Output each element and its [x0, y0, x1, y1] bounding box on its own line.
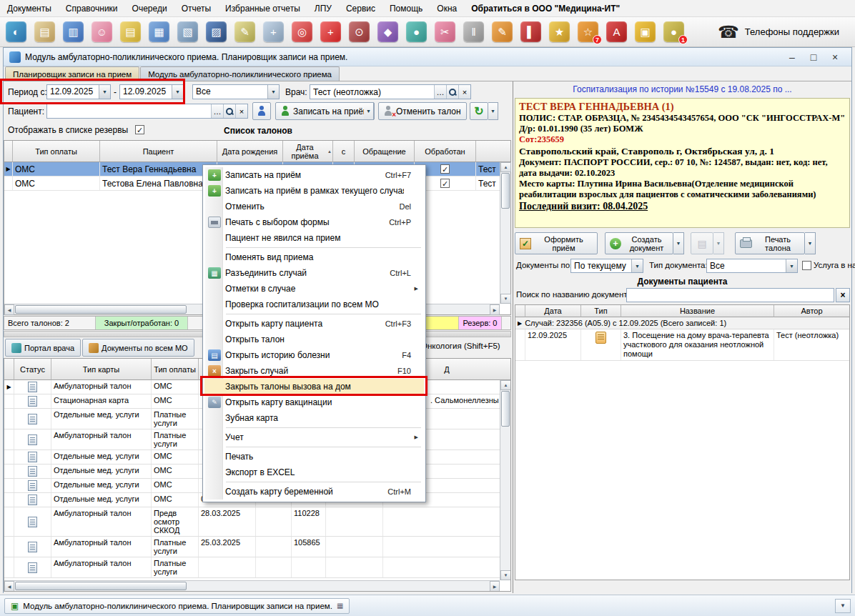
cards-column-header[interactable]: Тип оплаты: [152, 359, 199, 380]
menu-bar-item[interactable]: ЛПУ: [315, 4, 332, 14]
patient-search-button[interactable]: [223, 104, 235, 118]
tab-doctor-portal[interactable]: Портал врача: [5, 339, 81, 357]
close-button[interactable]: ×: [824, 49, 846, 65]
context-menu-item[interactable]: Проверка госпитализации по всем МО: [204, 297, 424, 312]
cancel-talon-button[interactable]: × Отменить талон: [378, 102, 467, 120]
talon-column-header[interactable]: Пациент: [100, 141, 217, 162]
scrollbar-thumb[interactable]: [15, 582, 187, 590]
card-index-icon[interactable]: ▤: [34, 21, 55, 42]
notifications-icon[interactable]: ● 1: [663, 21, 684, 42]
documents-by-select[interactable]: По текущему ▼: [570, 259, 643, 273]
menu-bar-item[interactable]: Обратиться в ООО "Медицина-ИТ": [471, 4, 620, 14]
create-document-dropdown[interactable]: ▼: [673, 232, 684, 254]
processed-checkbox[interactable]: [440, 164, 450, 174]
patient-card-button[interactable]: [252, 102, 271, 120]
doctor-ellipsis-button[interactable]: …: [434, 85, 446, 99]
talon-column-header[interactable]: Дата рождения: [217, 141, 283, 162]
global-registry-icon[interactable]: ◐: [6, 21, 26, 42]
category-select[interactable]: Все ▼: [192, 84, 280, 99]
tab-scheduler[interactable]: Планировщик записи на прием: [5, 66, 139, 81]
search-clear-button[interactable]: ×: [836, 288, 850, 302]
documents-column-header[interactable]: [515, 305, 525, 317]
patient-input[interactable]: [47, 104, 211, 118]
scroll-up-icon[interactable]: ▲: [500, 380, 511, 390]
vaccination-icon[interactable]: ✎: [492, 21, 513, 42]
scroll-right-icon[interactable]: ▶: [490, 304, 500, 315]
menu-bar-item[interactable]: Помощь: [390, 4, 422, 14]
badge-icon[interactable]: ★: [549, 21, 570, 42]
chevron-down-icon[interactable]: ▼: [631, 259, 643, 272]
talon-column-header[interactable]: Обращение: [355, 141, 415, 162]
scroll-down-icon[interactable]: ▼: [500, 294, 511, 304]
context-menu-item[interactable]: Зубная карта: [204, 410, 424, 426]
case-group-row[interactable]: ▶ Случай: 232356 (A05.9) с 12.09.2025 (В…: [515, 317, 849, 329]
nurse-icon[interactable]: ☺: [92, 21, 112, 42]
cards-horizontal-scrollbar[interactable]: ◀ ▶: [4, 580, 500, 591]
menu-bar-item[interactable]: Избранные отчеты: [225, 4, 300, 14]
hospitalization-link[interactable]: Госпитализация по истории №15549 с 19.08…: [515, 84, 850, 94]
cards-column-header[interactable]: Статус: [14, 359, 51, 380]
service-in-name-checkbox[interactable]: [802, 261, 811, 270]
talon-column-header[interactable]: Обработан: [415, 141, 476, 162]
context-menu-item[interactable]: Поменять вид приема: [204, 249, 424, 265]
doctor-clear-button[interactable]: ×: [458, 85, 470, 99]
alert-icon[interactable]: A: [606, 21, 627, 42]
chevron-down-icon[interactable]: ▼: [267, 85, 279, 99]
scroll-down-icon[interactable]: ▼: [500, 570, 511, 580]
scroll-up-icon[interactable]: ▲: [500, 162, 511, 172]
cards-vertical-scrollbar[interactable]: ▲ ▼: [500, 380, 510, 580]
print-talon-dropdown[interactable]: ▼: [805, 232, 816, 254]
chevron-down-icon[interactable]: ▼: [172, 85, 183, 99]
journal-icon[interactable]: ▦: [149, 21, 169, 42]
documents-column-header[interactable]: Дата: [525, 305, 581, 317]
sphere-icon[interactable]: ●: [406, 21, 427, 42]
documents-column-header[interactable]: Название: [621, 305, 774, 317]
context-menu-item[interactable]: Открыть историю болезни F4: [204, 347, 424, 363]
menu-bar-item[interactable]: Окна: [437, 4, 457, 14]
talon-column-header[interactable]: Дата приёма: [283, 141, 333, 162]
scrollbar-thumb[interactable]: [501, 173, 510, 209]
taskbar-expand-button[interactable]: ▼: [835, 599, 851, 613]
context-menu-item[interactable]: Отметки в случае: [204, 281, 424, 297]
context-menu-item[interactable]: Открыть талон: [204, 332, 424, 347]
period-from-select[interactable]: 12.09.2025 ▼: [46, 84, 111, 99]
talon-column-header[interactable]: [4, 141, 13, 162]
red-book-icon[interactable]: ▌: [520, 21, 541, 42]
chevron-down-icon[interactable]: ▼: [99, 85, 110, 99]
context-menu-item[interactable]: Учет: [204, 429, 424, 445]
minimize-button[interactable]: –: [781, 49, 803, 65]
card-icon[interactable]: ▧: [177, 21, 198, 42]
context-menu-item[interactable]: Создать карту беременной Ctrl+M: [204, 484, 424, 500]
doctor-input[interactable]: [310, 85, 434, 99]
support-phones[interactable]: ☎ Телефоны поддержки: [718, 24, 849, 41]
cards-column-header[interactable]: Тип карты: [51, 359, 152, 380]
refresh-dropdown[interactable]: ▼: [488, 102, 498, 120]
tools-icon[interactable]: ✂: [435, 21, 455, 42]
target-icon[interactable]: ◎: [292, 21, 312, 42]
context-menu-item[interactable]: Пациент не явился на прием: [204, 230, 424, 246]
syringe-icon[interactable]: +: [263, 21, 284, 42]
menu-bar-item[interactable]: Отчеты: [182, 4, 211, 14]
context-menu-item[interactable]: Закрыть талоны вызова на дом: [204, 379, 424, 394]
search-card-icon[interactable]: ⊙: [349, 21, 370, 42]
document-row[interactable]: 12.09.2025 3. Посещение на дому врача-те…: [515, 329, 849, 361]
tab-documents-all-mo[interactable]: Документы по всем МО: [82, 339, 194, 357]
book-appointment-button[interactable]: Записать на приём: [275, 102, 375, 120]
context-menu-item[interactable]: Экспорт в EXCEL: [204, 465, 424, 480]
menu-bar-item[interactable]: Справочники: [66, 4, 118, 14]
maximize-button[interactable]: □: [803, 49, 824, 65]
context-menu-item[interactable]: Печать с выбором формы Ctrl+P: [204, 214, 424, 230]
context-menu-item[interactable]: Разъединить случай Ctrl+L: [204, 265, 424, 281]
doctor-search-button[interactable]: [446, 85, 458, 99]
document-search-input[interactable]: [626, 288, 834, 302]
context-menu-item[interactable]: Открыть карту пациента Ctrl+F3: [204, 316, 424, 332]
menu-bar-item[interactable]: Очереди: [132, 4, 167, 14]
talon-vertical-scrollbar[interactable]: ▲ ▼: [500, 162, 510, 304]
documents-column-header[interactable]: Тип: [581, 305, 621, 317]
oncology-button[interactable]: Онкология (Shift+F5): [421, 342, 500, 350]
expand-arrow-icon[interactable]: ▶: [518, 320, 522, 327]
documents-icon[interactable]: ▤: [120, 21, 141, 42]
scrollbar-thumb[interactable]: [501, 391, 510, 427]
talon-column-header[interactable]: Тип оплаты: [13, 141, 100, 162]
create-document-button[interactable]: + Создать документ: [605, 232, 673, 254]
